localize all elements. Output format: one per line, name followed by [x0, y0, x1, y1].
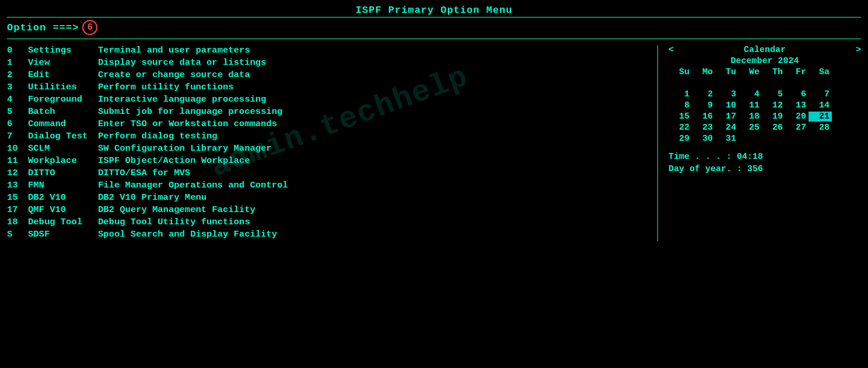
time-row: Time . . . : 04:18 [668, 152, 861, 162]
calendar-day-headers: SuMoTuWeThFrSa [668, 67, 861, 77]
menu-num: 3 [7, 82, 28, 92]
menu-num: 7 [7, 131, 28, 141]
cal-day: 15 [668, 112, 692, 121]
menu-row[interactable]: 10SCLMSW Configuration Library Manager [7, 143, 641, 154]
option-label: Option ===> [7, 22, 79, 33]
menu-desc: Submit job for language processing [98, 106, 282, 117]
menu-row[interactable]: 2EditCreate or change source data [7, 70, 641, 80]
cal-day: 6 [785, 89, 808, 99]
menu-name: DITTO [28, 168, 98, 178]
doy-label: Day of year. : [668, 164, 742, 174]
cal-day: 21 [808, 112, 832, 121]
menu-desc: Enter TSO or Workstation commands [98, 119, 277, 129]
cal-day-label: We [738, 67, 762, 77]
menu-row[interactable]: 6CommandEnter TSO or Workstation command… [7, 119, 641, 129]
cal-day: 19 [762, 112, 785, 121]
cal-day: 0 [785, 78, 808, 88]
menu-row[interactable]: 18Debug ToolDebug Tool Utility functions [7, 217, 641, 227]
cal-day: 23 [692, 123, 715, 133]
time-value: 04:18 [737, 152, 763, 162]
menu-name: Settings [28, 45, 98, 55]
menu-num: 5 [7, 106, 28, 117]
menu-name: Utilities [28, 82, 98, 92]
menu-name: SCLM [28, 143, 98, 154]
cal-day: 0 [668, 78, 692, 88]
menu-desc: Interactive language processing [98, 94, 266, 105]
menu-row[interactable]: 12DITTODITTO/ESA for MVS [7, 168, 641, 178]
cal-next-button[interactable]: > [856, 45, 861, 55]
menu-desc: Perform dialog testing [98, 131, 218, 141]
calendar-header: < Calendar > [668, 45, 861, 55]
cal-day-label: Sa [808, 67, 832, 77]
menu-num: 13 [7, 180, 28, 190]
menu-name: QMF V10 [28, 204, 98, 215]
option-input[interactable]: 6 [82, 20, 97, 35]
menu-num: 4 [7, 94, 28, 105]
menu-desc: Perform utility functions [98, 82, 234, 92]
cal-day: 14 [808, 100, 832, 110]
cal-day: 13 [785, 100, 808, 110]
cal-day: 8 [668, 100, 692, 110]
cal-day: 28 [808, 123, 832, 133]
screen-title: ISPF Primary Option Menu [7, 5, 861, 18]
cal-day-label: Su [668, 67, 692, 77]
cal-week-row: 22232425262728 [668, 123, 861, 133]
cal-day: 12 [762, 100, 785, 110]
menu-row[interactable]: 4ForegroundInteractive language processi… [7, 94, 641, 105]
cal-week-row: 0000000 [668, 78, 861, 88]
menu-num: 0 [7, 45, 28, 55]
cal-title: Calendar [744, 45, 786, 55]
doy-value: 356 [747, 164, 763, 174]
cal-prev-button[interactable]: < [668, 45, 674, 55]
menu-row[interactable]: 0SettingsTerminal and user parameters [7, 45, 641, 55]
menu-num: 18 [7, 217, 28, 227]
menu-name: Edit [28, 70, 98, 80]
cal-day: 29 [668, 134, 692, 144]
menu-section: 0SettingsTerminal and user parameters1Vi… [7, 45, 653, 241]
cal-day-label: Mo [692, 67, 715, 77]
cal-day: 24 [715, 123, 738, 133]
main-content: 0SettingsTerminal and user parameters1Vi… [7, 45, 861, 241]
menu-name: Command [28, 119, 98, 129]
cal-day: 9 [692, 100, 715, 110]
calendar-month-year: December 2024 [668, 56, 861, 66]
menu-row[interactable]: 5BatchSubmit job for language processing [7, 106, 641, 117]
menu-desc: Terminal and user parameters [98, 45, 250, 55]
menu-desc: File Manager Operations and Control [98, 180, 288, 190]
cal-day-label: Fr [785, 67, 808, 77]
menu-num: S [7, 229, 28, 239]
menu-desc: DB2 Query Management Facility [98, 204, 256, 215]
menu-name: Dialog Test [28, 131, 98, 141]
calendar-grid: 0000000123456789101112131415161718192021… [668, 78, 861, 144]
menu-desc: DITTO/ESA for MVS [98, 168, 190, 178]
menu-row[interactable]: 3UtilitiesPerform utility functions [7, 82, 641, 92]
cal-day: 0 [808, 78, 832, 88]
menu-desc: Spool Search and Display Facility [98, 229, 277, 239]
cal-day: 22 [668, 123, 692, 133]
cal-day: 11 [738, 100, 762, 110]
menu-row[interactable]: 13FMNFile Manager Operations and Control [7, 180, 641, 190]
menu-num: 17 [7, 204, 28, 215]
title-text: ISPF Primary Option Menu [356, 5, 513, 16]
menu-row[interactable]: 11WorkplaceISPF Object/Action Workplace [7, 155, 641, 166]
menu-row[interactable]: 1ViewDisplay source data or listings [7, 57, 641, 68]
cal-day: 3 [715, 89, 738, 99]
cal-week-row: 1234567 [668, 89, 861, 99]
menu-row[interactable]: 17QMF V10DB2 Query Management Facility [7, 204, 641, 215]
menu-name: Foreground [28, 94, 98, 105]
cal-day: 0 [738, 134, 762, 144]
cal-day: 5 [762, 89, 785, 99]
menu-row[interactable]: 7Dialog TestPerform dialog testing [7, 131, 641, 141]
cal-day-label: Tu [715, 67, 738, 77]
menu-desc: Debug Tool Utility functions [98, 217, 250, 227]
cal-week-row: 891011121314 [668, 100, 861, 110]
menu-desc: ISPF Object/Action Workplace [98, 155, 250, 166]
menu-row[interactable]: 15DB2 V10DB2 V10 Primary Menu [7, 192, 641, 203]
cal-day: 7 [808, 89, 832, 99]
menu-name: DB2 V10 [28, 192, 98, 203]
menu-num: 11 [7, 155, 28, 166]
menu-num: 6 [7, 119, 28, 129]
menu-num: 1 [7, 57, 28, 68]
menu-row[interactable]: SSDSFSpool Search and Display Facility [7, 229, 641, 239]
cal-day: 4 [738, 89, 762, 99]
